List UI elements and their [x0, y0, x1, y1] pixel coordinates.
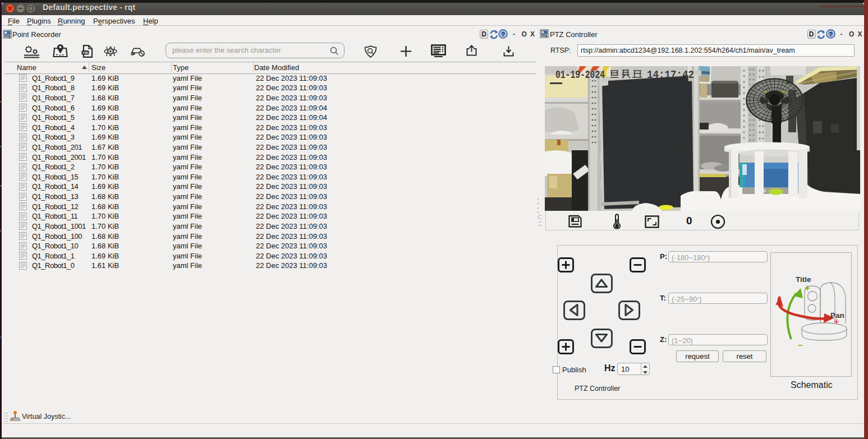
svg-text:+: +: [834, 317, 839, 326]
svg-text:Title: Title: [796, 275, 811, 284]
svg-text:YML: YML: [82, 51, 89, 54]
svg-text:14:17:42: 14:17:42: [647, 68, 694, 81]
svg-text:?: ?: [828, 31, 832, 38]
svg-text:–: –: [798, 340, 803, 350]
svg-text:?: ?: [501, 31, 505, 38]
svg-text:+: +: [805, 283, 810, 293]
svg-text:01-19-2024: 01-19-2024: [555, 68, 605, 81]
